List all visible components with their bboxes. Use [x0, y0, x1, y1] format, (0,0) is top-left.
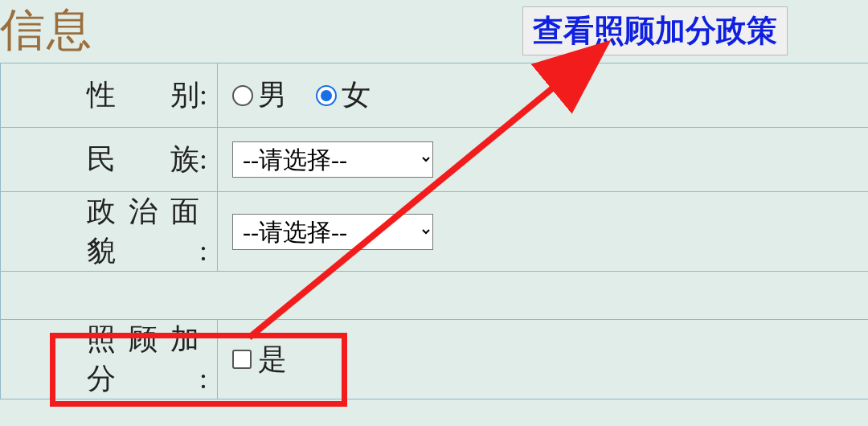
bonus-row: 照顾加分: 是: [1, 320, 869, 399]
gender-value-cell: 男 女: [218, 63, 869, 128]
spacer-row: [1, 272, 869, 320]
political-label: 政治面貌:: [1, 192, 218, 272]
view-bonus-policy-button[interactable]: 查看照顾加分政策: [522, 6, 788, 55]
gender-row: 性别: 男 女: [1, 63, 869, 128]
gender-label: 性别:: [1, 63, 218, 128]
bonus-checkbox-wrap[interactable]: 是: [232, 340, 287, 379]
info-form-table: 性别: 男 女 民族: --请选择-- 政治面貌:: [0, 63, 868, 399]
section-heading: 信息: [0, 0, 93, 61]
gender-male-radio[interactable]: 男: [232, 76, 287, 115]
gender-female-label: 女: [342, 76, 371, 115]
checkbox-icon: [232, 350, 252, 369]
gender-male-label: 男: [258, 76, 287, 115]
ethnicity-row: 民族: --请选择--: [1, 128, 869, 192]
bonus-yes-label: 是: [258, 340, 287, 379]
radio-checked-icon: [316, 85, 337, 106]
gender-female-radio[interactable]: 女: [316, 76, 371, 115]
political-select[interactable]: --请选择--: [232, 214, 433, 250]
political-row: 政治面貌: --请选择--: [1, 192, 869, 272]
radio-icon: [232, 85, 253, 106]
bonus-label: 照顾加分:: [1, 320, 218, 399]
ethnicity-label: 民族:: [1, 128, 218, 192]
ethnicity-select[interactable]: --请选择--: [232, 141, 433, 178]
